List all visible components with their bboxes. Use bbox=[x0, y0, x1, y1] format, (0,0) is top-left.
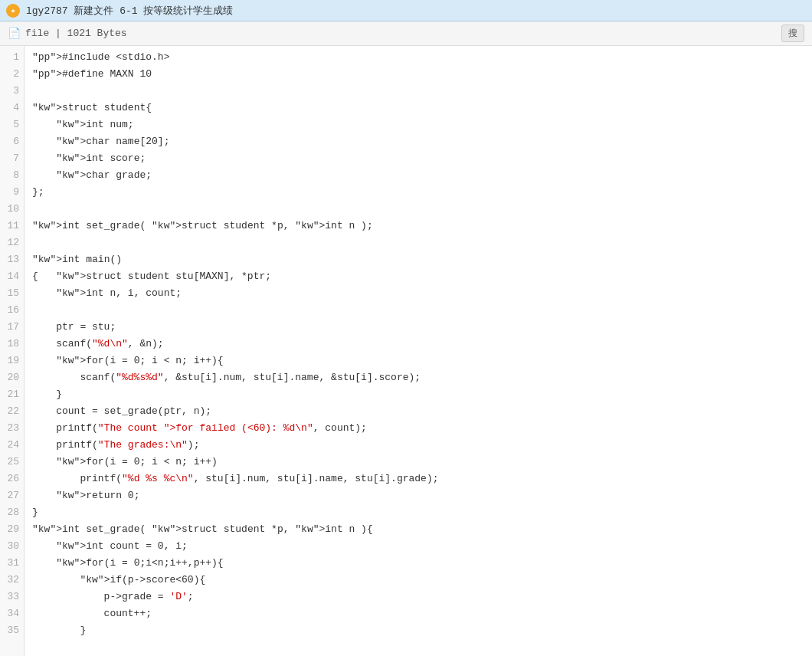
code-line: } bbox=[32, 504, 812, 521]
line-number: 25 bbox=[0, 454, 24, 471]
code-line: "kw">if(p->score<60){ bbox=[32, 572, 812, 589]
code-line: "kw">int n, i, count; bbox=[32, 285, 812, 302]
line-number: 5 bbox=[0, 116, 24, 133]
line-number: 20 bbox=[0, 369, 24, 386]
file-size-label: file | 1021 Bytes bbox=[25, 28, 127, 39]
code-line: "kw">char grade; bbox=[32, 167, 812, 184]
code-area: 1234567891011121314151617181920212223242… bbox=[0, 46, 812, 656]
line-number: 11 bbox=[0, 218, 24, 235]
code-line: "kw">int num; bbox=[32, 116, 812, 133]
code-line: p->grade = 'D'; bbox=[32, 589, 812, 605]
code-line: printf("The count ">for failed (<60): %d… bbox=[32, 420, 812, 437]
line-number: 3 bbox=[0, 83, 24, 100]
code-line: }; bbox=[32, 184, 812, 201]
line-number: 13 bbox=[0, 251, 24, 268]
line-number: 23 bbox=[0, 420, 24, 437]
code-line bbox=[32, 235, 812, 251]
line-number: 2 bbox=[0, 66, 24, 83]
line-number: 34 bbox=[0, 605, 24, 622]
code-line: "kw">return 0; bbox=[32, 487, 812, 504]
code-line bbox=[32, 302, 812, 319]
code-line: "kw">for(i = 0;i<n;i++,p++){ bbox=[32, 555, 812, 572]
code-content[interactable]: "pp">#include <stdio.h>"pp">#define MAXN… bbox=[25, 46, 812, 656]
line-number: 35 bbox=[0, 622, 24, 639]
line-number: 33 bbox=[0, 589, 24, 605]
code-line: { "kw">struct student stu[MAXN], *ptr; bbox=[32, 268, 812, 285]
file-info: 📄 file | 1021 Bytes bbox=[8, 27, 127, 40]
code-line: "kw">int main() bbox=[32, 251, 812, 268]
line-number: 9 bbox=[0, 184, 24, 201]
line-number: 7 bbox=[0, 150, 24, 167]
code-line: printf("%d %s %c\n", stu[i].num, stu[i].… bbox=[32, 471, 812, 487]
code-line: "kw">struct student{ bbox=[32, 100, 812, 116]
code-line: "kw">for(i = 0; i < n; i++){ bbox=[32, 353, 812, 369]
line-number: 10 bbox=[0, 201, 24, 218]
search-button[interactable]: 搜 bbox=[781, 25, 804, 42]
code-line: ptr = stu; bbox=[32, 319, 812, 336]
code-line: "pp">#include <stdio.h> bbox=[32, 49, 812, 66]
code-line: scanf("%d\n", &n); bbox=[32, 336, 812, 353]
title-bar: ★ lgy2787 新建文件 6-1 按等级统计学生成绩 bbox=[0, 0, 812, 21]
line-number: 26 bbox=[0, 471, 24, 487]
line-number: 27 bbox=[0, 487, 24, 504]
code-line: "kw">char name[20]; bbox=[32, 133, 812, 150]
line-number: 19 bbox=[0, 353, 24, 369]
code-line: scanf("%d%s%d", &stu[i].num, stu[i].name… bbox=[32, 369, 812, 386]
line-number: 31 bbox=[0, 555, 24, 572]
line-number: 28 bbox=[0, 504, 24, 521]
line-number: 24 bbox=[0, 437, 24, 454]
line-numbers: 1234567891011121314151617181920212223242… bbox=[0, 46, 25, 656]
app-icon: ★ bbox=[6, 4, 20, 18]
line-number: 6 bbox=[0, 133, 24, 150]
code-line: "pp">#define MAXN 10 bbox=[32, 66, 812, 83]
code-line bbox=[32, 83, 812, 100]
line-number: 21 bbox=[0, 386, 24, 403]
code-line bbox=[32, 201, 812, 218]
code-line: "kw">for(i = 0; i < n; i++) bbox=[32, 454, 812, 471]
file-icon: 📄 bbox=[8, 27, 21, 40]
file-bar: 📄 file | 1021 Bytes 搜 bbox=[0, 21, 812, 46]
title-text: lgy2787 新建文件 6-1 按等级统计学生成绩 bbox=[26, 4, 233, 18]
code-line: "kw">int count = 0, i; bbox=[32, 538, 812, 555]
line-number: 12 bbox=[0, 235, 24, 251]
code-line: count++; bbox=[32, 605, 812, 622]
line-number: 32 bbox=[0, 572, 24, 589]
line-number: 22 bbox=[0, 403, 24, 420]
line-number: 4 bbox=[0, 100, 24, 116]
line-number: 16 bbox=[0, 302, 24, 319]
line-number: 8 bbox=[0, 167, 24, 184]
code-line: "kw">int score; bbox=[32, 150, 812, 167]
line-number: 17 bbox=[0, 319, 24, 336]
code-line: "kw">int set_grade( "kw">struct student … bbox=[32, 218, 812, 235]
code-line: } bbox=[32, 622, 812, 639]
code-line: printf("The grades:\n"); bbox=[32, 437, 812, 454]
line-number: 29 bbox=[0, 521, 24, 538]
line-number: 1 bbox=[0, 49, 24, 66]
line-number: 15 bbox=[0, 285, 24, 302]
line-number: 14 bbox=[0, 268, 24, 285]
code-line: } bbox=[32, 386, 812, 403]
line-number: 30 bbox=[0, 538, 24, 555]
line-number: 18 bbox=[0, 336, 24, 353]
code-line: count = set_grade(ptr, n); bbox=[32, 403, 812, 420]
code-line: "kw">int set_grade( "kw">struct student … bbox=[32, 521, 812, 538]
